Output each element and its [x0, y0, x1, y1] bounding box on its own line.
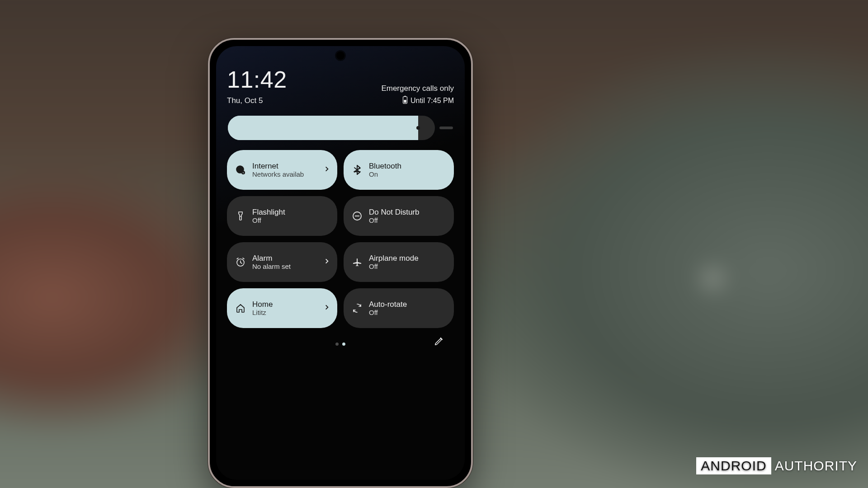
- clock: 11:42: [227, 66, 287, 93]
- qs-tile-label: Home: [252, 300, 317, 309]
- battery-icon: [402, 96, 408, 106]
- battery-until-text: Until 7:45 PM: [410, 97, 454, 105]
- brightness-fill: [228, 116, 418, 140]
- qs-tile-label: Do Not Disturb: [369, 208, 448, 217]
- emergency-status: Emergency calls only: [381, 84, 454, 93]
- qs-tile-label: Alarm: [252, 254, 317, 263]
- qs-tile-label: Internet: [252, 162, 317, 171]
- brightness-track-remainder: [439, 127, 453, 129]
- brightness-slider[interactable]: [228, 116, 435, 140]
- battery-status[interactable]: Until 7:45 PM: [402, 96, 454, 106]
- watermark: ANDROIDAUTHORITY: [696, 457, 857, 474]
- phone-frame: 11:42 Emergency calls only Thu, Oct 5 Un…: [208, 38, 473, 488]
- camera-hole: [336, 52, 344, 60]
- qs-tile-grid: ? Internet Networks availab Bluetooth On: [227, 150, 454, 328]
- qs-tile-sub: Networks availab: [252, 170, 317, 178]
- edit-tiles-button[interactable]: [434, 336, 444, 348]
- svg-line-10: [415, 131, 415, 131]
- chevron-right-icon: [324, 165, 331, 174]
- qs-tile-sub: Lititz: [252, 309, 317, 316]
- qs-tile-label: Airplane mode: [369, 254, 448, 263]
- svg-point-3: [416, 126, 420, 130]
- qs-tile-label: Bluetooth: [369, 162, 448, 171]
- page-dot: [335, 343, 339, 346]
- qs-tile-sub: No alarm set: [252, 263, 317, 270]
- status-row-2: Thu, Oct 5 Until 7:45 PM: [227, 96, 454, 106]
- chevron-right-icon: [324, 304, 331, 313]
- flashlight-icon: [235, 211, 246, 221]
- qs-tile-home[interactable]: Home Lititz: [227, 288, 337, 328]
- qs-tile-autorotate[interactable]: Auto-rotate Off: [344, 288, 454, 328]
- qs-tile-sub: Off: [369, 216, 448, 224]
- svg-line-8: [415, 124, 415, 125]
- qs-tile-sub: Off: [252, 216, 331, 224]
- svg-line-11: [421, 124, 422, 125]
- phone-screen: 11:42 Emergency calls only Thu, Oct 5 Un…: [216, 46, 465, 480]
- qs-tile-label: Auto-rotate: [369, 300, 448, 309]
- qs-tile-sub: On: [369, 170, 448, 178]
- watermark-rest: AUTHORITY: [775, 458, 857, 473]
- svg-rect-2: [404, 100, 406, 103]
- brightness-slider-row: [227, 116, 454, 140]
- dnd-icon: [352, 211, 363, 221]
- bluetooth-icon: [352, 164, 363, 175]
- qs-footer: [227, 337, 454, 351]
- qs-tile-label: Flashlight: [252, 208, 331, 217]
- home-icon: [235, 303, 246, 314]
- quick-settings-shade: 11:42 Emergency calls only Thu, Oct 5 Un…: [216, 46, 465, 351]
- qs-tile-dnd[interactable]: Do Not Disturb Off: [344, 196, 454, 236]
- chevron-right-icon: [324, 258, 331, 267]
- page-dot-active: [342, 343, 345, 346]
- qs-tile-bluetooth[interactable]: Bluetooth On: [344, 150, 454, 190]
- qs-tile-flashlight[interactable]: Flashlight Off: [227, 196, 337, 236]
- rotate-icon: [352, 303, 363, 314]
- qs-tile-internet[interactable]: ? Internet Networks availab: [227, 150, 337, 190]
- qs-tile-sub: Off: [369, 263, 448, 270]
- qs-tile-airplane[interactable]: Airplane mode Off: [344, 242, 454, 282]
- brightness-icon: [411, 121, 425, 135]
- status-row-1: 11:42 Emergency calls only: [227, 66, 454, 93]
- qs-tile-sub: Off: [369, 309, 448, 316]
- date: Thu, Oct 5: [227, 96, 263, 105]
- watermark-boxed: ANDROID: [696, 457, 771, 474]
- airplane-icon: [352, 257, 363, 267]
- svg-line-9: [421, 131, 422, 131]
- alarm-icon: [235, 257, 246, 267]
- page-indicator: [335, 343, 345, 346]
- qs-tile-alarm[interactable]: Alarm No alarm set: [227, 242, 337, 282]
- globe-question-icon: ?: [235, 164, 246, 175]
